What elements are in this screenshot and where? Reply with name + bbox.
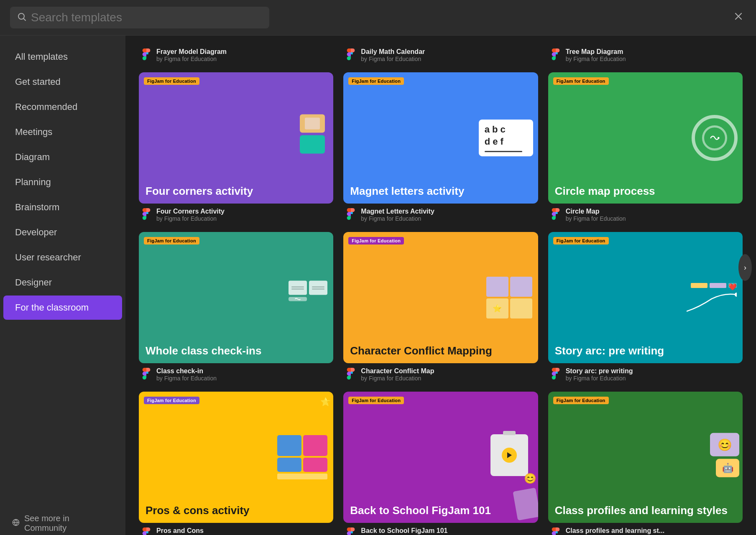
card-info-story-arc: Story arc: pre writing by Figma for Educ… <box>548 367 743 382</box>
top-partial-row: Frayer Model Diagram by Figma for Educat… <box>139 44 743 62</box>
card-title-back-to-school: Back to School FigJam 101 <box>343 499 538 523</box>
card-thumb-class-checkin: FigJam for Education Whole class check-i… <box>139 232 333 363</box>
card-name-class-checkin: Class check-in <box>156 367 217 375</box>
card-thumb-story-arc: FigJam for Education Story arc: pre writ… <box>548 232 743 363</box>
card-info-back-to-school: Back to School FigJam 101 by Figma for E… <box>343 527 538 535</box>
template-card-class-checkin[interactable]: FigJam for Education Whole class check-i… <box>139 232 333 382</box>
close-button[interactable] <box>731 9 746 27</box>
svg-point-2 <box>718 137 720 139</box>
card-author-class-checkin: by Figma for Education <box>156 375 217 382</box>
template-card-magnet-letters[interactable]: FigJam for Education Magnet letters acti… <box>343 72 538 222</box>
card-name-four-corners: Four Corners Activity <box>156 208 225 215</box>
sidebar-item-all-templates[interactable]: All templates <box>3 45 122 69</box>
sidebar-nav: All templates Get started Recommended Me… <box>0 44 125 505</box>
scroll-right-arrow[interactable]: › <box>738 254 752 281</box>
sidebar-item-planning[interactable]: Planning <box>3 170 122 194</box>
figma-logo-tree-map <box>550 48 562 62</box>
card-author-daily-math: by Figma for Education <box>361 56 425 62</box>
card-badge-character-conflict: FigJam for Education <box>348 237 404 245</box>
template-card-circle-map[interactable]: FigJam for Education Circle map process <box>548 72 743 222</box>
card-badge-circle-map: FigJam for Education <box>553 77 609 85</box>
sidebar-item-for-the-classroom[interactable]: For the classroom <box>3 296 122 320</box>
search-icon <box>17 12 27 23</box>
card-author-story-arc: by Figma for Education <box>566 375 633 382</box>
card-thumb-character-conflict: FigJam for Education Character Conflict … <box>343 232 538 363</box>
template-card-class-profiles[interactable]: FigJam for Education Class profiles and … <box>548 392 743 535</box>
card-info-class-checkin: Class check-in by Figma for Education <box>139 367 333 382</box>
card-meta-class-checkin: Class check-in by Figma for Education <box>156 367 217 382</box>
see-more-community[interactable]: See more in Community <box>0 505 125 535</box>
card-name-frayer: Frayer Model Diagram <box>156 48 227 56</box>
template-card-daily-math[interactable]: Daily Math Calendar by Figma for Educati… <box>343 44 538 62</box>
figma-logo-four-corners <box>140 208 152 222</box>
card-title-pros-cons: Pros & cons activity <box>139 499 333 523</box>
card-author-circle-map: by Figma for Education <box>566 215 626 222</box>
card-info-class-profiles: Class profiles and learning st... by Fig… <box>548 527 743 535</box>
template-card-four-corners[interactable]: FigJam for Education Four corners activi… <box>139 72 333 222</box>
main-layout: All templates Get started Recommended Me… <box>0 36 756 535</box>
figma-logo-back-to-school <box>345 527 357 535</box>
card-name-story-arc: Story arc: pre writing <box>566 367 633 375</box>
template-grid: FigJam for Education Four corners activi… <box>139 72 743 535</box>
search-container <box>10 7 269 28</box>
card-badge-class-profiles: FigJam for Education <box>553 397 609 404</box>
card-title-story-arc: Story arc: pre writing <box>548 340 743 364</box>
figma-logo-magnet-letters <box>345 208 357 222</box>
card-author-magnet-letters: by Figma for Education <box>361 215 434 222</box>
figma-logo-frayer <box>140 48 152 62</box>
card-title-circle-map: Circle map process <box>548 180 743 204</box>
card-meta-character-conflict: Character Conflict Map by Figma for Educ… <box>361 367 434 382</box>
card-thumb-pros-cons: FigJam for Education Pros & cons activit… <box>139 392 333 523</box>
card-meta-daily-math: Daily Math Calendar by Figma for Educati… <box>361 48 425 62</box>
card-badge-back-to-school: FigJam for Education <box>348 397 404 404</box>
template-card-frayer-model[interactable]: Frayer Model Diagram by Figma for Educat… <box>139 44 333 62</box>
card-badge-class-checkin: FigJam for Education <box>144 237 199 245</box>
sidebar-footer-label: See more in Community <box>24 514 114 533</box>
figma-logo-pros-cons <box>140 527 152 535</box>
card-name-tree-map: Tree Map Diagram <box>566 48 626 56</box>
sidebar-item-designer[interactable]: Designer <box>3 270 122 295</box>
sidebar-item-developer[interactable]: Developer <box>3 220 122 245</box>
card-thumb-back-to-school: FigJam for Education Back to School FigJ… <box>343 392 538 523</box>
search-input[interactable] <box>31 11 263 24</box>
template-card-back-to-school[interactable]: FigJam for Education Back to School FigJ… <box>343 392 538 535</box>
card-title-class-checkin: Whole class check-ins <box>139 340 333 364</box>
card-title-magnet-letters: Magnet letters activity <box>343 180 538 204</box>
figma-logo-story-arc <box>550 368 562 381</box>
card-name-magnet-letters: Magnet Letters Activity <box>361 208 434 215</box>
header <box>0 0 756 36</box>
card-info-tree-map: Tree Map Diagram by Figma for Education <box>548 48 743 62</box>
card-author-frayer: by Figma for Education <box>156 56 227 62</box>
sidebar-item-meetings[interactable]: Meetings <box>3 120 122 144</box>
content-area: Frayer Model Diagram by Figma for Educat… <box>125 36 756 535</box>
card-badge-story-arc: FigJam for Education <box>553 237 609 245</box>
card-info-frayer: Frayer Model Diagram by Figma for Educat… <box>139 48 333 62</box>
card-badge-magnet-letters: FigJam for Education <box>348 77 404 85</box>
card-author-character-conflict: by Figma for Education <box>361 375 434 382</box>
card-info-four-corners: Four Corners Activity by Figma for Educa… <box>139 208 333 222</box>
card-author-tree-map: by Figma for Education <box>566 56 626 62</box>
card-name-back-to-school: Back to School FigJam 101 <box>361 527 447 535</box>
card-info-character-conflict: Character Conflict Map by Figma for Educ… <box>343 367 538 382</box>
card-name-character-conflict: Character Conflict Map <box>361 367 434 375</box>
sidebar: All templates Get started Recommended Me… <box>0 36 125 535</box>
card-meta-frayer: Frayer Model Diagram by Figma for Educat… <box>156 48 227 62</box>
sidebar-item-recommended[interactable]: Recommended <box>3 95 122 119</box>
sidebar-item-user-researcher[interactable]: User researcher <box>3 245 122 270</box>
card-meta-story-arc: Story arc: pre writing by Figma for Educ… <box>566 367 633 382</box>
template-card-story-arc[interactable]: FigJam for Education Story arc: pre writ… <box>548 232 743 382</box>
card-meta-back-to-school: Back to School FigJam 101 by Figma for E… <box>361 527 447 535</box>
figma-logo-class-checkin <box>140 368 152 381</box>
template-card-tree-map[interactable]: Tree Map Diagram by Figma for Education <box>548 44 743 62</box>
sidebar-item-diagram[interactable]: Diagram <box>3 145 122 169</box>
card-name-class-profiles: Class profiles and learning st... <box>566 527 665 535</box>
figma-logo-circle-map <box>550 208 562 222</box>
sidebar-item-brainstorm[interactable]: Brainstorm <box>3 195 122 219</box>
template-card-character-conflict[interactable]: FigJam for Education Character Conflict … <box>343 232 538 382</box>
figma-logo-daily-math <box>345 48 357 62</box>
sidebar-item-get-started[interactable]: Get started <box>3 70 122 94</box>
card-info-circle-map: Circle Map by Figma for Education <box>548 208 743 222</box>
template-card-pros-cons[interactable]: FigJam for Education Pros & cons activit… <box>139 392 333 535</box>
card-thumb-magnet-letters: FigJam for Education Magnet letters acti… <box>343 72 538 204</box>
card-name-circle-map: Circle Map <box>566 208 626 215</box>
